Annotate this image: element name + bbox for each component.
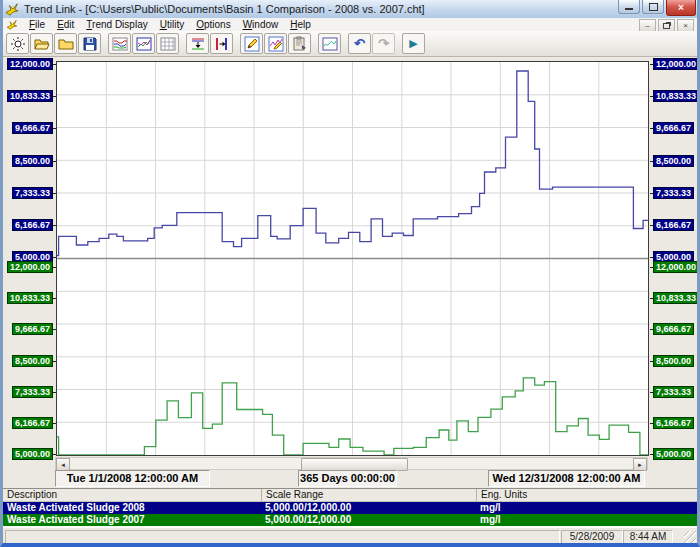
- minimize-button[interactable]: [618, 0, 640, 14]
- axis-tick-label: 9,666.67: [12, 323, 53, 335]
- trace-cursor-button[interactable]: [210, 33, 233, 54]
- plot-area[interactable]: [56, 61, 649, 456]
- axis-tick-label: 8,500.00: [12, 155, 53, 167]
- axis-tick-label: 10,833.33: [7, 90, 53, 102]
- grid-button[interactable]: [156, 33, 179, 54]
- annotate-button[interactable]: [240, 33, 263, 54]
- axis-tick-label: 10,833.33: [653, 90, 699, 102]
- y-axis-right-2007: 12,000.0010,833.339,666.678,500.007,333.…: [651, 261, 700, 461]
- clipboard-icon: [292, 36, 308, 52]
- menu-help[interactable]: Help: [284, 19, 317, 30]
- mdi-minimize-icon: –: [645, 21, 649, 30]
- legend-rows: Waste Activated Sludge 20085,000.00/12,0…: [3, 502, 697, 526]
- legend-row[interactable]: Waste Activated Sludge 20075,000.00/12,0…: [3, 514, 697, 526]
- legend-table: DescriptionScale RangeEng. Units Waste A…: [3, 488, 697, 528]
- legend-cell: 5,000.00/12,000.00: [261, 502, 476, 514]
- axis-tick-label: 6,166.67: [653, 219, 694, 231]
- menu-bar: FileEditTrend DisplayUtilityOptionsWindo…: [3, 18, 697, 32]
- mdi-close-icon: ×: [683, 21, 688, 30]
- trend-charts-button[interactable]: [108, 33, 131, 54]
- axis-tick-label: 7,333.33: [12, 187, 53, 199]
- menu-items: FileEditTrend DisplayUtilityOptionsWindo…: [23, 19, 317, 30]
- app-icon: [5, 2, 19, 16]
- axis-tick-label: 6,166.67: [653, 417, 694, 429]
- copy-properties-button[interactable]: [288, 33, 311, 54]
- y-axis-left-2007: 12,000.0010,833.339,666.678,500.007,333.…: [6, 261, 55, 461]
- redo-icon: ↷: [378, 37, 389, 50]
- minimize-icon: [625, 8, 633, 10]
- axis-tick-label: 6,166.67: [12, 219, 53, 231]
- legend-cell: Waste Activated Sludge 2008: [3, 502, 261, 514]
- chart-window-button[interactable]: [318, 33, 341, 54]
- maximize-button[interactable]: [642, 0, 664, 14]
- time-end-label: Wed 12/31/2008 12:00:00 AM: [488, 470, 645, 487]
- menu-trend-display[interactable]: Trend Display: [80, 19, 153, 30]
- legend-header-scale-range[interactable]: Scale Range: [261, 489, 476, 501]
- legend-cell: 5,000.00/12,000.00: [261, 514, 476, 526]
- mdi-restore-icon: [663, 23, 670, 29]
- axis-tick-label: 12,000.00: [7, 58, 53, 70]
- legend-cell: Waste Activated Sludge 2007: [3, 514, 261, 526]
- axis-tick-label: 5,000.00: [653, 448, 694, 460]
- close-button[interactable]: ×: [666, 0, 696, 16]
- trend-plot: [57, 62, 648, 455]
- scroll-right-icon: ►: [637, 462, 643, 468]
- grid-icon: [160, 36, 176, 52]
- combine-traces-button[interactable]: [186, 33, 209, 54]
- save-button[interactable]: [78, 33, 101, 54]
- pencil-chart-icon: [268, 36, 284, 52]
- axis-tick-label: 12,000.00: [653, 261, 699, 273]
- axis-tick-label: 7,333.33: [653, 187, 694, 199]
- y-axis-right-2008: 12,000.0010,833.339,666.678,500.007,333.…: [651, 58, 700, 264]
- chart-area: 12,000.0010,833.339,666.678,500.007,333.…: [3, 57, 697, 488]
- menu-utility[interactable]: Utility: [154, 19, 190, 30]
- new-chart-burst-icon: [10, 36, 26, 52]
- redo-button[interactable]: ↷: [372, 33, 395, 54]
- title-bar[interactable]: Trend Link - [C:\Users\Public\Documents\…: [0, 0, 700, 19]
- status-message-panel: [5, 530, 560, 544]
- legend-header: DescriptionScale RangeEng. Units: [3, 489, 697, 502]
- legend-row[interactable]: Waste Activated Sludge 20085,000.00/12,0…: [3, 502, 697, 514]
- legend-cell: mg/l: [476, 514, 697, 526]
- axis-tick-label: 12,000.00: [7, 261, 53, 273]
- close-icon: ×: [678, 2, 684, 13]
- undo-button[interactable]: ↶: [348, 33, 371, 54]
- window-title: Trend Link - [C:\Users\Public\Documents\…: [24, 3, 425, 15]
- axis-tick-label: 8,500.00: [653, 355, 694, 367]
- menu-file[interactable]: File: [23, 19, 51, 30]
- axis-tick-label: 8,500.00: [12, 355, 53, 367]
- play-button[interactable]: ▶: [402, 33, 425, 54]
- legend-header-description[interactable]: Description: [3, 489, 261, 501]
- menu-window[interactable]: Window: [237, 19, 285, 30]
- chart-window-icon: [322, 36, 338, 52]
- legend-header-eng-units[interactable]: Eng. Units: [476, 489, 697, 501]
- trend-link-window: Trend Link - [C:\Users\Public\Documents\…: [0, 0, 700, 547]
- time-scrollbar[interactable]: ◄ ►: [55, 457, 648, 470]
- new-chart-button[interactable]: [6, 33, 29, 54]
- status-date: 5/28/2009: [561, 530, 623, 544]
- annotate-chart-button[interactable]: [264, 33, 287, 54]
- edit-chart-button[interactable]: [132, 33, 155, 54]
- multi-trend-icon: [112, 36, 128, 52]
- y-axis-left-2008: 12,000.0010,833.339,666.678,500.007,333.…: [6, 58, 55, 264]
- open-button[interactable]: [30, 33, 53, 54]
- play-icon: ▶: [409, 37, 417, 50]
- axis-tick-label: 6,166.67: [12, 417, 53, 429]
- menu-options[interactable]: Options: [190, 19, 236, 30]
- axis-tick-label: 7,333.33: [12, 386, 53, 398]
- new-folder-button[interactable]: [54, 33, 77, 54]
- legend-cell: mg/l: [476, 502, 697, 514]
- time-span-label: 365 Days 00:00:00: [298, 470, 397, 487]
- axis-tick-label: 9,666.67: [653, 122, 694, 134]
- status-bar: 5/28/2009 8:44 AM: [3, 527, 697, 544]
- resize-grip[interactable]: [684, 531, 696, 543]
- toolbar: ↶ ↷ ▶: [3, 31, 697, 57]
- axis-tick-label: 5,000.00: [12, 448, 53, 460]
- stack-traces-icon: [190, 36, 206, 52]
- menu-edit[interactable]: Edit: [51, 19, 80, 30]
- save-floppy-icon: [82, 36, 98, 52]
- time-start-label: Tue 1/1/2008 12:00:00 AM: [55, 470, 210, 487]
- axis-tick-label: 9,666.67: [653, 323, 694, 335]
- axis-tick-label: 7,333.33: [653, 386, 694, 398]
- open-folder-icon: [34, 36, 50, 52]
